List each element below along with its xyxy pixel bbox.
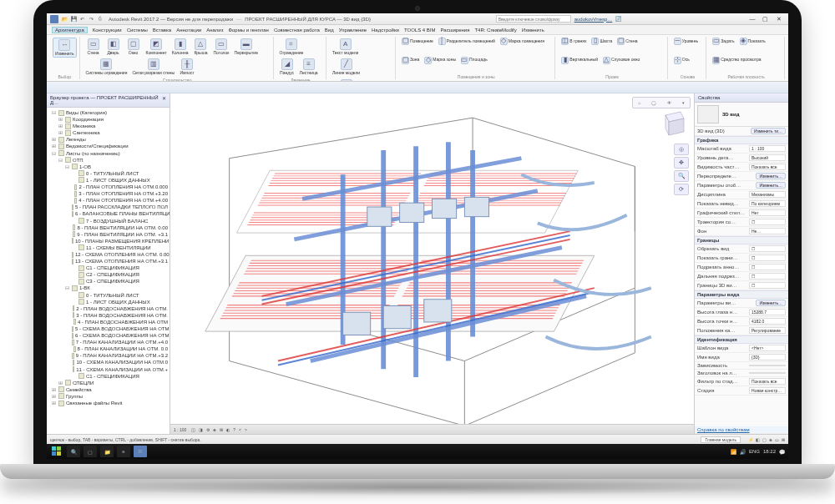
- properties-section-header[interactable]: Границы: [695, 236, 788, 244]
- property-value[interactable]: ☐: [749, 255, 786, 261]
- ribbon-button[interactable]: ◫В гранях: [559, 38, 588, 45]
- tree-node[interactable]: ⊞Семейства: [50, 386, 168, 393]
- tree-node[interactable]: 3 - ПЛАН ВОДОСНАБЖЕНИЯ НА ОТМ.: [50, 312, 168, 319]
- tree-toggle-icon[interactable]: ⊞: [50, 400, 57, 406]
- ribbon-button[interactable]: ◇Марка помещения: [498, 38, 546, 45]
- ribbon-button[interactable]: ◩Компонент: [144, 38, 169, 56]
- taskbar-explorer-icon[interactable]: 📁: [100, 446, 114, 457]
- property-value[interactable]: Показать все: [749, 164, 786, 170]
- tree-node[interactable]: 10 - СХЕМА КАНАЛИЗАЦИИ НА ОТМ.0: [50, 359, 168, 365]
- tree-node[interactable]: ⊟ОТП: [50, 157, 168, 164]
- tree-node[interactable]: С1 - СПЕЦИФИКАЦИЯ: [50, 373, 168, 380]
- tree-node[interactable]: ⊟Виды (Категория): [50, 109, 168, 116]
- tree-node[interactable]: ⊞Сантехника: [50, 129, 168, 136]
- tree-node[interactable]: 0 - ТИТУЛЬНЫЙ ЛИСТ: [50, 292, 168, 299]
- zoom-icon[interactable]: 🔍: [674, 170, 689, 182]
- selection-filter-icon[interactable]: ⚡: [748, 437, 753, 442]
- property-value[interactable]: ☐: [749, 273, 786, 280]
- window-close-button[interactable]: ✕: [773, 15, 785, 23]
- property-value[interactable]: Нет: [749, 209, 786, 216]
- view-control-icon[interactable]: ◨: [199, 427, 203, 432]
- tree-toggle-icon[interactable]: ⊞: [57, 116, 63, 123]
- tree-node[interactable]: 0 - ТИТУЛЬНЫЙ ЛИСТ: [50, 170, 168, 177]
- properties-section-header[interactable]: Идентификация: [695, 335, 788, 344]
- view-control-icon[interactable]: ?: [233, 427, 235, 432]
- ribbon-button[interactable]: ◈Показать: [738, 38, 767, 45]
- help-search-input[interactable]: [496, 15, 571, 23]
- workset-label[interactable]: Главная модель: [701, 436, 741, 443]
- tree-node[interactable]: 7 - ПЛАН КАНАЛИЗАЦИИ НА ОТМ.+4.0: [50, 339, 168, 345]
- family-instance-label[interactable]: 3D вид (3D): [697, 129, 751, 134]
- ribbon-button[interactable]: ─Уровень: [672, 38, 700, 45]
- tree-toggle-icon[interactable]: ⊞: [50, 386, 57, 393]
- property-value[interactable]: Показать все: [749, 378, 786, 385]
- ribbon-tab[interactable]: Надстройки: [372, 28, 399, 33]
- ribbon-button[interactable]: ▢Зона: [400, 57, 421, 64]
- ribbon-button[interactable]: ▭Потолок: [211, 38, 230, 56]
- properties-type-selector[interactable]: 3D вид: [695, 103, 788, 127]
- tray-lang[interactable]: ENG: [749, 449, 760, 454]
- taskbar-search-icon[interactable]: 🔍: [67, 446, 80, 457]
- sync-icon[interactable]: 🔄: [615, 16, 621, 22]
- property-value[interactable]: Механизмы: [749, 191, 786, 198]
- tree-node[interactable]: ⊞Связанные файлы Revit: [50, 400, 168, 406]
- ribbon-button[interactable]: ▭Площадь: [459, 57, 489, 64]
- project-browser-tree[interactable]: ⊟Виды (Категория)⊞Координация⊞Механика⊞С…: [47, 108, 170, 434]
- property-edit-button[interactable]: Изменить…: [756, 300, 786, 306]
- tree-node[interactable]: 8 - ПЛАН ВЕНТИЛЯЦИИ НА ОТМ. 0.00: [50, 224, 168, 231]
- tree-node[interactable]: 4 - ПЛАН ВОДОСНАБЖЕНИЯ НА ОТМ: [50, 319, 168, 325]
- ribbon-button[interactable]: △Слуховое окно: [601, 57, 641, 64]
- start-button[interactable]: [50, 446, 63, 457]
- property-edit-button[interactable]: Изменить…: [756, 182, 786, 189]
- tree-node[interactable]: С2 - СПЕЦИФИКАЦИЯ: [50, 271, 168, 278]
- ribbon-button[interactable]: ▦Средство просмотра: [711, 57, 762, 64]
- view-control-bar[interactable]: ⌂ ◯ 👁 ▾: [632, 97, 691, 108]
- property-value[interactable]: Высокий: [749, 154, 786, 161]
- ribbon-tab[interactable]: Конструкции: [93, 28, 122, 33]
- properties-section-header[interactable]: Параметры вида: [695, 290, 788, 299]
- ribbon-tab[interactable]: Анализ: [206, 28, 223, 33]
- tray-sound-icon[interactable]: 🔊: [740, 449, 746, 455]
- tree-node[interactable]: 2 - ПЛАН ОТОПЛЕНИЯ НА ОТМ.0.000: [50, 184, 168, 190]
- property-value[interactable]: ☐: [749, 282, 786, 289]
- ribbon-button[interactable]: ↔Изменить: [53, 38, 77, 58]
- ribbon-tab[interactable]: T4R: CreateModify: [474, 28, 516, 33]
- property-value[interactable]: Новая констр…: [749, 387, 786, 394]
- selection-filter-icon[interactable]: ▢: [762, 437, 767, 442]
- tree-toggle-icon[interactable]: ⊟: [63, 285, 70, 291]
- ribbon-button[interactable]: ╫Импост: [178, 58, 196, 76]
- property-value[interactable]: 4182.0: [749, 318, 786, 325]
- property-value[interactable]: ☐: [749, 264, 786, 270]
- pan-icon[interactable]: ✥: [674, 157, 689, 169]
- tree-node[interactable]: 9 - ПЛАН КАНАЛИЗАЦИИ НА ОТМ.+3.2: [50, 352, 168, 359]
- ribbon-button[interactable]: ≡Лестница: [298, 58, 320, 76]
- navigation-bar[interactable]: ◎ ✥ 🔍 ⟳: [674, 144, 689, 195]
- property-edit-button[interactable]: Изменить…: [756, 173, 786, 179]
- ribbon-button[interactable]: ╱Линия модели: [331, 58, 362, 76]
- tree-node[interactable]: ⊟1-ОВ: [50, 164, 168, 170]
- ribbon-button[interactable]: ▢Стена: [615, 38, 639, 45]
- tree-node[interactable]: 6 - БАЛАНСОВЫЕ ПЛАНЫ ВЕНТИЛЯЦИ: [50, 210, 168, 217]
- property-value[interactable]: {3D}: [749, 354, 786, 360]
- view-cube[interactable]: [659, 110, 687, 139]
- ribbon-button[interactable]: ⊹Ось: [672, 57, 691, 64]
- more-icon[interactable]: ▾: [682, 100, 685, 105]
- wheel-icon[interactable]: ◎: [674, 144, 689, 155]
- orbit-icon[interactable]: ◯: [651, 100, 656, 105]
- tree-toggle-icon[interactable]: ⊞: [57, 123, 63, 129]
- ribbon-tab[interactable]: Совместная работа: [274, 28, 320, 33]
- ribbon-button[interactable]: ⌗Ограждение: [278, 38, 306, 56]
- property-value[interactable]: ☐: [749, 245, 786, 252]
- tree-node[interactable]: ⊟Листы (по назначению): [50, 150, 168, 157]
- tree-node[interactable]: ⊞Легенды: [50, 136, 168, 143]
- tree-node[interactable]: 3 - ПЛАН ОТОПЛЕНИЯ НА ОТМ.+3.20: [50, 190, 168, 197]
- window-minimize-button[interactable]: —: [746, 15, 758, 23]
- ribbon-button[interactable]: △Крыша: [191, 38, 210, 56]
- selection-filter-icon[interactable]: ◧: [756, 437, 760, 442]
- tree-node[interactable]: 4 - ПЛАН ОТОПЛЕНИЯ НА ОТМ.+4.00: [50, 197, 168, 204]
- tree-node[interactable]: 12 - СХЕМА ОТОПЛЕНИЯ НА ОТМ. 0.00: [50, 251, 168, 258]
- tree-toggle-icon[interactable]: ⊞: [50, 136, 57, 143]
- tree-node[interactable]: 6 - СХЕМА ВОДОСНАБЖЕНИЯ НА ОТМ: [50, 332, 168, 339]
- tree-node[interactable]: ⊞Ведомости/Спецификации: [50, 143, 168, 149]
- view-control-icon[interactable]: >: [245, 427, 247, 432]
